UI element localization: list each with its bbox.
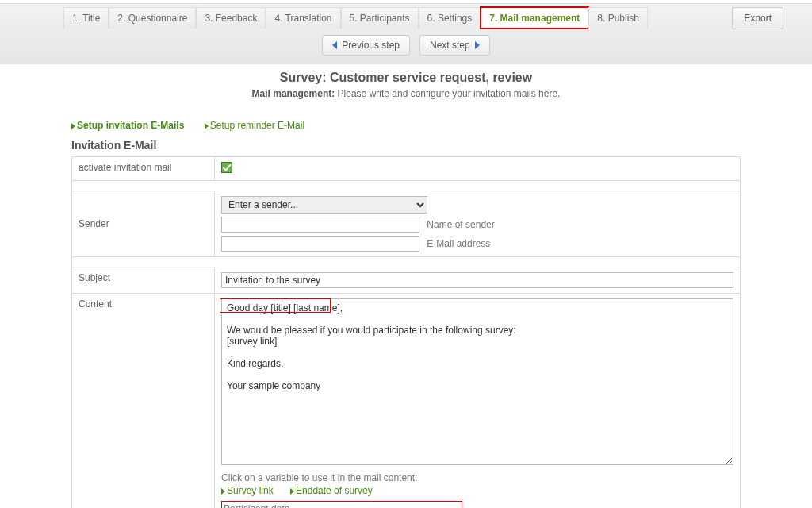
- content-label: Content: [72, 294, 215, 509]
- page-subtitle-rest: Please write and configure your invitati…: [335, 88, 560, 99]
- next-step-button[interactable]: Next step: [419, 35, 490, 56]
- wizard-step-questionnaire[interactable]: 2. Questionnaire: [109, 7, 196, 29]
- export-button[interactable]: Export: [732, 7, 783, 29]
- activate-invitation-checkbox[interactable]: [221, 162, 232, 173]
- arrow-right-icon: [475, 41, 480, 49]
- wizard-step-feedback[interactable]: 3. Feedback: [196, 7, 266, 29]
- triangle-icon: [290, 488, 294, 495]
- tab-setup-reminder[interactable]: Setup reminder E-Mail: [205, 120, 304, 131]
- page-title: Survey: Customer service request, review: [0, 71, 812, 85]
- previous-step-button[interactable]: Previous step: [322, 35, 410, 56]
- wizard-step-title[interactable]: 1. Title: [63, 7, 109, 29]
- subject-input[interactable]: [221, 272, 733, 288]
- wizard-step-mail-management[interactable]: 7. Mail management: [481, 7, 588, 29]
- triangle-icon: [71, 123, 75, 129]
- activate-invitation-label: activate invitation mail: [72, 157, 215, 181]
- var-enddate[interactable]: Enddate of survey: [290, 485, 373, 496]
- wizard-step-translation[interactable]: 4. Translation: [266, 7, 340, 29]
- wizard-step-settings[interactable]: 6. Settings: [419, 7, 481, 29]
- participant-data-box: Participant data First name Last name Ti…: [221, 501, 462, 508]
- sender-email-label: E-Mail address: [427, 238, 490, 249]
- tab-setup-invitation[interactable]: Setup invitation E-Mails: [71, 120, 184, 131]
- wizard-step-participants[interactable]: 5. Participants: [341, 7, 419, 29]
- sender-name-label: Name of sender: [427, 219, 494, 230]
- variable-hint: Click on a variable to use it in the mai…: [221, 472, 733, 483]
- wizard-steps: 1. Title 2. Questionnaire 3. Feedback 4.…: [0, 4, 812, 29]
- section-heading: Invitation E-Mail: [71, 139, 741, 152]
- subject-label: Subject: [72, 267, 215, 294]
- next-step-label: Next step: [430, 40, 470, 51]
- participant-data-title: Participant data: [224, 503, 458, 508]
- content-textarea[interactable]: [221, 298, 733, 465]
- previous-step-label: Previous step: [342, 40, 400, 51]
- sender-email-input[interactable]: [221, 236, 419, 252]
- page-subtitle: Mail management: Please write and config…: [0, 88, 812, 99]
- triangle-icon: [205, 123, 209, 129]
- arrow-left-icon: [332, 41, 337, 49]
- triangle-icon: [221, 488, 225, 495]
- sender-select[interactable]: Enter a sender...: [221, 196, 427, 214]
- var-survey-link[interactable]: Survey link: [221, 485, 274, 496]
- page-subtitle-bold: Mail management:: [252, 88, 335, 99]
- sender-label: Sender: [72, 191, 215, 257]
- sender-name-input[interactable]: [221, 217, 419, 233]
- wizard-step-publish[interactable]: 8. Publish: [588, 7, 648, 29]
